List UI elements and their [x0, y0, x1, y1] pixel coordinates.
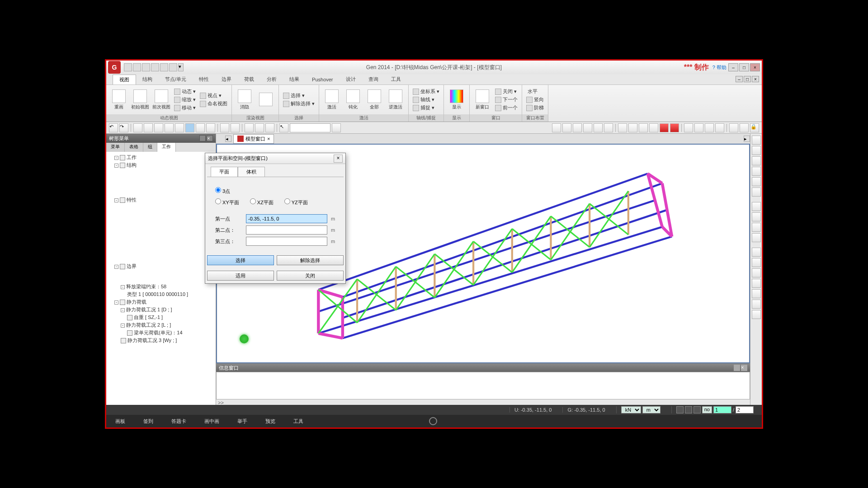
- rt-btn[interactable]: [752, 233, 761, 242]
- rt-btn[interactable]: [752, 300, 761, 309]
- preview-button[interactable]: 预览: [265, 418, 275, 425]
- rt-btn[interactable]: [752, 248, 761, 257]
- tool-btn[interactable]: [206, 123, 215, 132]
- child-min[interactable]: –: [736, 76, 743, 82]
- redo-button[interactable]: ↷: [119, 123, 128, 132]
- power-icon[interactable]: [429, 417, 437, 425]
- deactivate-button[interactable]: 钝化: [343, 89, 363, 110]
- hidden-button[interactable]: 消隐: [235, 89, 255, 110]
- tool-btn[interactable]: [684, 123, 693, 132]
- tool-btn[interactable]: [133, 123, 142, 132]
- unselect-dropdown[interactable]: 解除选择 ▾: [282, 100, 316, 108]
- tab-nav-right[interactable]: ▸: [744, 136, 750, 142]
- info-body[interactable]: [216, 372, 750, 399]
- rt-btn[interactable]: [752, 258, 761, 267]
- rt-btn[interactable]: [752, 188, 761, 197]
- tool-btn[interactable]: [265, 123, 274, 132]
- rt-btn[interactable]: [752, 212, 761, 221]
- menu-tab-node[interactable]: 节点/单元: [159, 75, 193, 84]
- tool-btn[interactable]: [220, 123, 229, 132]
- inverse-button[interactable]: 逆激活: [386, 89, 406, 110]
- dynamic-dropdown[interactable]: 动态 ▾: [173, 88, 197, 95]
- zoom-dropdown[interactable]: 缩放 ▾: [173, 96, 197, 103]
- tool-btn[interactable]: [583, 123, 592, 132]
- close-button[interactable]: 关闭: [277, 271, 344, 281]
- tool-btn[interactable]: [552, 123, 561, 132]
- close-button[interactable]: ×: [750, 63, 760, 71]
- select-button[interactable]: 选择: [207, 255, 274, 265]
- tool-btn[interactable]: [255, 123, 264, 132]
- rt-btn[interactable]: [752, 177, 761, 186]
- rt-btn[interactable]: [752, 167, 761, 176]
- tool-btn[interactable]: [639, 123, 648, 132]
- menu-tab-struct[interactable]: 结构: [136, 75, 159, 84]
- tool-btn[interactable]: [705, 123, 714, 132]
- tool-btn[interactable]: [594, 123, 603, 132]
- tile-v-button[interactable]: 竖向: [525, 96, 545, 103]
- radio-xy[interactable]: XY平面: [215, 198, 239, 206]
- maximize-button[interactable]: □: [739, 63, 749, 71]
- tool-btn[interactable]: [332, 123, 341, 132]
- prev-win-button[interactable]: 前一个: [494, 104, 519, 112]
- close-win-dropdown[interactable]: 关闭 ▾: [494, 88, 519, 95]
- rt-btn[interactable]: [752, 223, 761, 232]
- rt-btn[interactable]: [752, 289, 761, 298]
- input-point2[interactable]: [246, 225, 327, 235]
- tool-btn[interactable]: [231, 123, 240, 132]
- tree-tab[interactable]: 菜单: [106, 143, 125, 152]
- menu-tab-view[interactable]: 视图: [113, 75, 136, 84]
- selection-combo[interactable]: [290, 123, 330, 132]
- signin-button[interactable]: 签到: [143, 418, 153, 425]
- next-win-button[interactable]: 下一个: [494, 96, 519, 103]
- tool-btn[interactable]: [562, 123, 571, 132]
- menu-tab-query[interactable]: 查询: [362, 75, 385, 84]
- qat-dropdown[interactable]: ▾: [178, 63, 184, 71]
- menu-tab-prop[interactable]: 特性: [193, 75, 215, 84]
- unselect-button[interactable]: 解除选择: [277, 255, 344, 265]
- close-icon[interactable]: ×: [207, 135, 213, 141]
- qat-preview[interactable]: [169, 63, 177, 71]
- snap-dropdown[interactable]: 捕捉 ▾: [411, 104, 441, 112]
- lock-button[interactable]: 🔒: [750, 123, 759, 132]
- page-input[interactable]: [713, 406, 731, 413]
- tool-btn[interactable]: [729, 123, 738, 132]
- dialog-close-button[interactable]: ×: [334, 155, 343, 163]
- rt-btn[interactable]: [752, 279, 761, 288]
- tool-btn[interactable]: [144, 123, 153, 132]
- undo-button[interactable]: ↶: [109, 123, 118, 132]
- prev-view-button[interactable]: 前次视图: [151, 89, 171, 110]
- qat-undo[interactable]: [151, 63, 159, 71]
- tree-body[interactable]: -工作 -结构 -特性 -边界 -释放梁端约束：58 类型 1 [ 000011…: [106, 152, 216, 414]
- rt-btn[interactable]: [752, 156, 761, 165]
- help-link[interactable]: ? 帮助: [712, 64, 726, 71]
- rt-btn[interactable]: [752, 202, 761, 211]
- rt-btn[interactable]: [752, 146, 761, 155]
- menu-tab-result[interactable]: 结果: [283, 75, 306, 84]
- tool-btn[interactable]: [165, 123, 174, 132]
- sb-btn[interactable]: [685, 406, 692, 413]
- viewpoint-dropdown[interactable]: 视点 ▾: [198, 92, 229, 99]
- minimize-button[interactable]: –: [728, 63, 738, 71]
- input-point1[interactable]: [246, 214, 327, 223]
- ucs-dropdown[interactable]: 坐标系 ▾: [411, 88, 441, 95]
- apply-button[interactable]: 适用: [207, 271, 274, 281]
- raise-hand-button[interactable]: 举手: [237, 418, 247, 425]
- tree-item[interactable]: -静力荷载工况 2 [L ; ]: [108, 321, 214, 329]
- redraw-button[interactable]: 重画: [109, 89, 129, 110]
- radio-3point[interactable]: 3点: [215, 188, 230, 194]
- rt-btn[interactable]: [752, 310, 761, 319]
- tree-tab[interactable]: 表格: [125, 143, 143, 152]
- cursor-tool[interactable]: ↖: [279, 123, 288, 132]
- child-max[interactable]: □: [744, 76, 751, 82]
- tree-item[interactable]: -释放梁端约束：58: [108, 283, 214, 291]
- menu-tab-design[interactable]: 设计: [340, 75, 362, 84]
- length-unit-combo[interactable]: m: [642, 406, 660, 413]
- grid-dropdown[interactable]: 轴线 ▾: [411, 96, 441, 103]
- menu-tab-pushover[interactable]: Pushover: [306, 75, 339, 84]
- menu-tab-load[interactable]: 荷载: [238, 75, 260, 84]
- pan-dropdown[interactable]: 移动 ▾: [173, 104, 197, 112]
- qat-print[interactable]: [160, 63, 168, 71]
- tile-h-button[interactable]: 水平: [525, 88, 545, 95]
- close-icon[interactable]: ×: [741, 365, 747, 371]
- sb-btn[interactable]: [676, 406, 684, 413]
